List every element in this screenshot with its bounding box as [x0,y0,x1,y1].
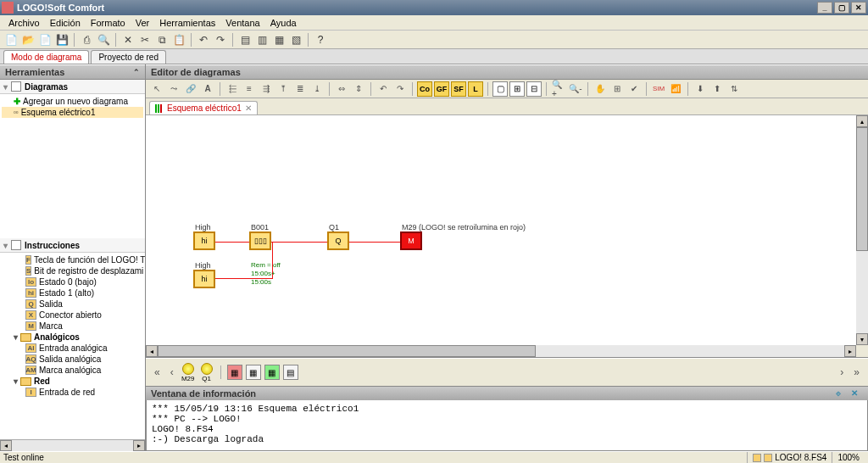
align3-icon[interactable]: ▦ [271,32,287,47]
menu-herramientas[interactable]: Herramientas [154,16,220,30]
menu-edicion[interactable]: Edición [45,16,86,30]
sim-icon[interactable]: SIM [651,81,666,97]
align2-icon[interactable]: ▥ [254,32,270,47]
hand-icon[interactable]: ✋ [593,81,608,97]
redo-icon[interactable]: ↷ [213,32,228,47]
sim-btn2-icon[interactable]: ▦ [246,365,261,380]
close-doc-icon[interactable]: 📄 [37,32,53,47]
copy-icon[interactable]: ⧉ [154,32,170,47]
collapse-icon[interactable]: ⌃ [133,68,140,76]
check-icon[interactable]: ✔ [626,81,642,97]
instr-item[interactable]: MMarca [2,321,143,332]
instr-item[interactable]: AIEntrada analógica [2,343,143,354]
tab-modo-diagrama[interactable]: Modo de diagrama [3,50,89,64]
align4-icon[interactable]: ▧ [288,32,303,47]
sim-output-m29[interactable]: M29 [181,363,196,382]
undo-icon[interactable]: ↶ [196,32,211,47]
scroll-left-icon[interactable]: ◂ [0,440,12,451]
left-hscroll[interactable]: ◂ ▸ [0,439,145,451]
new-icon[interactable]: 📄 [3,32,19,47]
menu-ver[interactable]: Ver [131,16,155,30]
cut-icon[interactable]: ✂ [137,32,153,47]
menu-ventana[interactable]: Ventana [220,16,264,30]
redo2-icon[interactable]: ↷ [392,81,408,97]
disth-icon[interactable]: ⇔ [334,81,349,97]
alignr-icon[interactable]: ⇶ [259,81,274,97]
scroll-left2-icon[interactable]: ◂ [146,345,158,357]
instr-item[interactable]: loEstado 0 (bajo) [2,276,143,287]
sim-output-q1[interactable]: Q1 [199,363,214,382]
add-new-diagram[interactable]: ✚ Agregar un nuevo diagrama [2,96,143,107]
scroll-down-icon[interactable]: ▾ [856,333,868,345]
sim-prev-icon[interactable]: « [151,366,164,378]
dl1-icon[interactable]: ⬇ [693,81,708,97]
page2-icon[interactable]: ⊞ [509,81,525,97]
scroll-right2-icon[interactable]: ▸ [844,345,856,357]
alignc-icon[interactable]: ≡ [242,81,257,97]
scroll-right-icon[interactable]: ▸ [133,440,145,451]
preview-icon[interactable]: 🔍 [96,32,111,47]
page1-icon[interactable]: ▢ [492,81,508,97]
block-b001[interactable]: B001 ▯▯▯ [249,232,271,250]
instr-item[interactable]: XConector abierto [2,310,143,321]
diagram-tab-1[interactable]: Esquema eléctrico1 ✕ [149,101,258,114]
save-icon[interactable]: 💾 [54,32,70,47]
close-button[interactable]: ✕ [851,2,866,14]
group-red[interactable]: ▾ Red [2,376,143,387]
text-icon[interactable]: A [200,81,215,97]
print-icon[interactable]: ⎙ [79,32,94,47]
delete-icon[interactable]: ✕ [120,32,136,47]
scroll-up-icon[interactable]: ▴ [856,115,868,127]
diagram-item-1[interactable]: ▫▫ Esquema eléctrico1 [2,107,143,118]
info-pin-icon[interactable]: ⟐ [836,388,848,399]
diagrams-header[interactable]: ▾ Diagramas [0,80,145,94]
zoomout-icon[interactable]: 🔍- [568,81,583,97]
connector-icon[interactable]: ⤳ [166,81,181,97]
maximize-button[interactable]: ▢ [834,2,849,14]
link-icon[interactable]: 🔗 [183,81,198,97]
block-m29[interactable]: M29 (LOGO! se retroilumina en rojo) M [400,232,422,250]
l-icon[interactable]: L [468,81,483,97]
minimize-button[interactable]: _ [817,2,832,14]
instr-item[interactable]: QSalida [2,298,143,310]
zoomin-icon[interactable]: 🔍+ [551,81,566,97]
align1-icon[interactable]: ▤ [237,32,253,47]
instr-item[interactable]: AQSalida analógica [2,354,143,365]
gf-icon[interactable]: GF [434,81,449,97]
alignt-icon[interactable]: ⤒ [275,81,291,97]
page3-icon[interactable]: ⊟ [526,81,542,97]
canvas-hscroll[interactable]: ◂ ▸ [146,345,856,357]
instr-item[interactable]: IEntrada de red [2,387,143,398]
open-icon[interactable]: 📂 [20,32,36,47]
sf-icon[interactable]: SF [451,81,466,97]
menu-archivo[interactable]: Archivo [3,16,45,30]
pointer-icon[interactable]: ↖ [149,81,164,97]
info-close-icon[interactable]: ✕ [851,388,863,399]
block-high1[interactable]: High hi [193,232,215,250]
sim-next1-icon[interactable]: › [837,366,847,378]
distv-icon[interactable]: ⇕ [351,81,366,97]
instr-item[interactable]: hiEstado 1 (alto) [2,287,143,298]
alignm-icon[interactable]: ≣ [292,81,308,97]
sim-btn4-icon[interactable]: ▤ [283,365,298,380]
instructions-header[interactable]: ▾ Instrucciones [0,238,145,253]
dl2-icon[interactable]: ⬆ [709,81,725,97]
alignl-icon[interactable]: ⬱ [225,81,240,97]
block-q1[interactable]: Q1 Q [327,232,349,250]
sim-btn3-icon[interactable]: ▦ [264,365,280,380]
instr-item[interactable]: FTecla de función del LOGO! T [2,254,143,265]
undo2-icon[interactable]: ↶ [376,81,391,97]
sim-next-icon[interactable]: » [850,366,863,378]
group-analogicos[interactable]: ▾ Analógicos [2,332,143,343]
grid-icon[interactable]: ⊞ [609,81,625,97]
sim-btn1-icon[interactable]: ▦ [227,365,242,380]
signal-icon[interactable]: 📶 [668,81,683,97]
menu-formato[interactable]: Formato [86,16,131,30]
paste-icon[interactable]: 📋 [171,32,186,47]
diagram-canvas[interactable]: High hi High hi B001 ▯▯▯ Rem = off 15:00… [146,115,868,357]
tab-proyecto-red[interactable]: Proyecto de red [91,50,166,64]
alignb-icon[interactable]: ⤓ [309,81,325,97]
dl3-icon[interactable]: ⇅ [726,81,742,97]
instr-item[interactable]: SBit de registro de desplazami [2,265,143,276]
close-tab-icon[interactable]: ✕ [245,103,252,113]
